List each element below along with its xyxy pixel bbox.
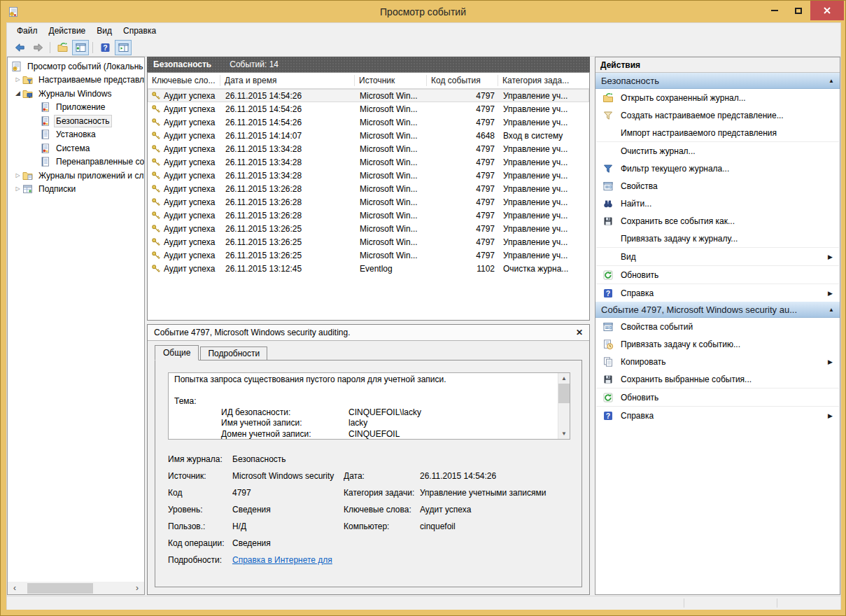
action-item[interactable]: Фильтр текущего журнала...: [595, 160, 840, 177]
scroll-right-icon[interactable]: ›: [132, 584, 142, 592]
event-viewer-app-icon: [8, 6, 19, 18]
menu-item[interactable]: Вид: [91, 24, 118, 38]
menu-item[interactable]: Справка: [118, 24, 162, 38]
datetime-cell: 26.11.2015 13:34:28: [221, 171, 355, 181]
tab-details[interactable]: Подробности: [200, 346, 267, 360]
actions-pane-body: Безопасность▲Открыть сохраненный журнал.…: [595, 73, 840, 594]
event-row[interactable]: Аудит успеха26.11.2015 13:26:25Microsoft…: [148, 235, 589, 248]
key-icon: [151, 131, 161, 141]
field-label: Уровень:: [168, 501, 232, 518]
action-item[interactable]: Найти...: [595, 195, 840, 212]
scroll-up-icon[interactable]: ▲: [558, 373, 570, 384]
field-value: Аудит успеха: [420, 501, 570, 518]
description-scrollbar[interactable]: ▲ ▼: [558, 373, 570, 439]
help-button[interactable]: ?: [97, 40, 113, 55]
column-header[interactable]: Дата и время: [220, 73, 355, 88]
menu-item[interactable]: Действие: [43, 24, 92, 38]
action-item[interactable]: Свойства событий: [595, 318, 840, 335]
back-button[interactable]: [11, 40, 28, 55]
event-row[interactable]: Аудит успеха26.11.2015 13:26:25Microsoft…: [148, 222, 589, 235]
status-bar: [7, 596, 840, 610]
log-icon: [39, 156, 51, 167]
keywords-cell: Аудит успеха: [148, 224, 221, 234]
close-icon[interactable]: [810, 1, 844, 20]
event-row[interactable]: Аудит успеха26.11.2015 13:26:28Microsoft…: [148, 182, 589, 195]
minimize-icon[interactable]: [763, 1, 787, 20]
action-item[interactable]: Копировать▶: [595, 353, 840, 370]
tree-item[interactable]: Безопасность: [8, 114, 144, 128]
event-row[interactable]: Аудит успеха26.11.2015 13:34:28Microsoft…: [148, 169, 589, 182]
event-row[interactable]: Аудит успеха26.11.2015 13:26:28Microsoft…: [148, 195, 589, 209]
action-item[interactable]: Сохранить выбранные события...: [595, 370, 840, 388]
action-item[interactable]: Привязать задачу к журналу...: [595, 230, 840, 247]
tree-item[interactable]: ◢Журналы Windows: [8, 87, 144, 101]
action-item[interactable]: Создать настраиваемое представление...: [595, 106, 840, 124]
expand-icon[interactable]: ▷: [14, 173, 22, 178]
event-row[interactable]: Аудит успеха26.11.2015 13:34:28Microsoft…: [148, 142, 589, 155]
tree-item[interactable]: ▷Журналы приложений и сл: [8, 169, 144, 183]
collapse-icon[interactable]: ◢: [14, 90, 22, 97]
event-row[interactable]: Аудит успеха26.11.2015 14:54:26Microsoft…: [148, 102, 589, 115]
expand-icon[interactable]: ▷: [14, 77, 22, 83]
preview-close-icon[interactable]: ✕: [576, 328, 583, 337]
event-row[interactable]: Аудит успеха26.11.2015 13:12:45Eventlog1…: [148, 262, 589, 275]
column-header[interactable]: Источник: [355, 73, 427, 88]
column-header[interactable]: Категория зада...: [498, 73, 574, 88]
action-item[interactable]: Импорт настраиваемого представления: [595, 124, 840, 141]
open-saved-log-button[interactable]: [54, 40, 71, 55]
source-cell: Microsoft Win...: [355, 118, 428, 127]
window-title: Просмотр событий: [1, 6, 845, 18]
scrollbar-thumb[interactable]: [558, 384, 570, 403]
event-row[interactable]: Аудит успеха26.11.2015 14:54:26Microsoft…: [148, 115, 589, 129]
action-item[interactable]: Свойства: [595, 177, 840, 195]
center-column: Безопасность Событий: 14 Ключевые сло...…: [147, 57, 590, 595]
action-section-header[interactable]: Событие 4797, Microsoft Windows security…: [595, 302, 840, 318]
action-item[interactable]: Вид▶: [595, 248, 840, 265]
collapse-icon[interactable]: ▲: [829, 78, 834, 84]
action-pane-toggle-button[interactable]: [115, 40, 132, 55]
column-header[interactable]: Ключевые сло...: [148, 73, 220, 88]
collapse-icon[interactable]: ▲: [829, 307, 834, 313]
action-item-label: Свойства событий: [621, 322, 693, 332]
action-item[interactable]: ?Справка▶: [595, 284, 840, 302]
event-row[interactable]: Аудит успеха26.11.2015 14:14:07Microsoft…: [148, 129, 589, 142]
maximize-icon[interactable]: [787, 1, 810, 20]
tree-item[interactable]: Установка: [8, 128, 144, 142]
action-item[interactable]: Привязать задачу к событию...: [595, 335, 840, 353]
scrollbar-track[interactable]: [20, 583, 132, 594]
scroll-left-icon[interactable]: ‹: [10, 584, 20, 592]
event-row[interactable]: Аудит успеха26.11.2015 13:26:28Microsoft…: [148, 209, 589, 222]
event-fields: Имя журнала:БезопасностьИсточник:Microso…: [168, 451, 570, 568]
event-row[interactable]: Аудит успеха26.11.2015 14:54:26Microsoft…: [148, 89, 589, 102]
scroll-down-icon[interactable]: ▼: [558, 428, 570, 439]
tree-item[interactable]: Приложение: [8, 101, 144, 115]
online-help-link[interactable]: Справка в Интернете для: [232, 555, 332, 565]
action-item[interactable]: Обновить: [595, 388, 840, 406]
tree-item[interactable]: ▷Настраиваемые представле: [8, 74, 144, 88]
column-header[interactable]: Код события: [427, 73, 498, 88]
keywords-cell: Аудит успеха: [148, 184, 221, 194]
tree-item[interactable]: ▷Подписки: [8, 183, 144, 197]
tree-item[interactable]: Система: [8, 141, 144, 155]
event-row[interactable]: Аудит успеха26.11.2015 13:34:28Microsoft…: [148, 155, 589, 169]
tab-general[interactable]: Общие: [155, 345, 199, 360]
scrollbar-thumb[interactable]: [27, 583, 92, 594]
action-section-header[interactable]: Безопасность▲: [595, 73, 840, 89]
action-item[interactable]: Обновить: [595, 266, 840, 284]
action-item[interactable]: Очистить журнал...: [595, 142, 840, 160]
expand-icon[interactable]: ▷: [14, 186, 22, 192]
forward-button[interactable]: [29, 40, 46, 55]
field-value: 4797: [232, 484, 344, 501]
event-row[interactable]: Аудит успеха26.11.2015 13:26:25Microsoft…: [148, 248, 589, 262]
console-tree-toggle-button[interactable]: [72, 40, 89, 55]
field-value: Справка в Интернете для: [232, 552, 570, 568]
tree-item[interactable]: Перенаправленные соб: [8, 155, 144, 169]
action-item[interactable]: ?Справка▶: [595, 407, 840, 424]
tree-item[interactable]: Просмотр событий (Локальнь: [8, 59, 144, 74]
menu-item[interactable]: Файл: [11, 24, 43, 38]
tree-horizontal-scrollbar[interactable]: ‹ ›: [8, 582, 144, 594]
action-item[interactable]: Сохранить все события как...: [595, 212, 840, 230]
description-entry: ИД безопасности:CINQUEFOIL\lacky: [174, 407, 552, 419]
tree-item-label: Перенаправленные соб: [54, 155, 144, 168]
action-item[interactable]: Открыть сохраненный журнал...: [595, 89, 840, 106]
